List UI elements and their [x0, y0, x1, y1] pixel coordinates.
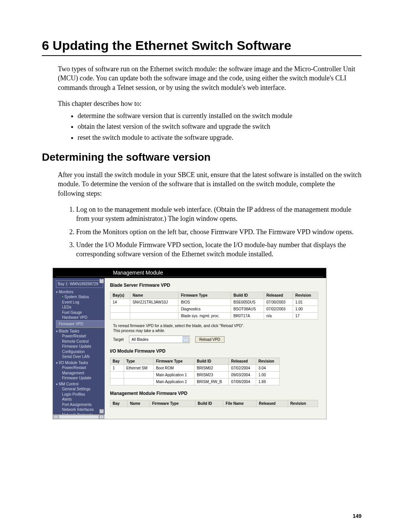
col-firmware-type: Firmware Type [153, 358, 194, 365]
table-row: Main Application 1 BRISM23 09/03/2004 1.… [110, 372, 280, 379]
sidebar-nav: ˄ Bay 1: WMN189288729 Monitors System St… [53, 278, 105, 419]
mm-firmware-table: Bay Name Firmware Type Build ID File Nam… [110, 400, 318, 407]
screenshot-titlebar: Management Module [53, 268, 326, 278]
sidebar-item-serial-over-lan[interactable]: Serial Over LAN [56, 354, 103, 359]
intro-paragraph: Two types of software run on the Etherne… [58, 64, 362, 92]
sidebar-item-io-management[interactable]: Management [56, 371, 103, 376]
main-pane: Blade Server Firmware VPD Bay(s) Name Fi… [105, 278, 326, 419]
scroll-track[interactable] [59, 415, 99, 419]
sidebar-item-io-power-restart[interactable]: Power/Restart [56, 365, 103, 371]
col-released: Released [256, 400, 288, 407]
sidebar-item-leds[interactable]: LEDs [56, 305, 103, 310]
io-firmware-table: Bay Type Firmware Type Build ID Released… [110, 358, 280, 385]
col-build-id: Build ID [231, 292, 264, 299]
sidebar-item-port-assignments[interactable]: Port Assignments [56, 402, 103, 407]
sidebar-group-label: MM Control [56, 382, 78, 386]
sidebar-item-io-firmware-update[interactable]: Firmware Update [56, 375, 103, 381]
io-module-firmware-vpd-heading: I/O Module Firmware VPD [110, 348, 322, 354]
col-bay: Bay(s) [110, 292, 130, 299]
target-select[interactable]: All Blades ˅ [129, 335, 190, 343]
table-row: Blade sys. mgmt. proc. BR0T17A n/a 17 [110, 313, 318, 320]
sidebar-item-firmware-vpd[interactable]: Firmware VPD [56, 320, 105, 328]
step-item: From the Monitors option on the left bar… [76, 227, 362, 236]
sidebar-item-network-interfaces[interactable]: Network Interfaces [56, 407, 103, 412]
table-row: Diagnostics BSOT08AUS 07/02/2003 1.00 [110, 306, 318, 313]
chapter-rule [42, 55, 362, 56]
mm-firmware-vpd-heading: Management Module Firmware VPD [110, 391, 322, 396]
intro-bullet: obtain the latest version of the switch … [78, 122, 362, 131]
sidebar-group-label: I/O Module Tasks [56, 361, 88, 365]
table-row: Main Application 2 BRISM_RW_B 07/08/2004… [110, 379, 280, 385]
chapter-title: 6 Updating the Ethernet Switch Software [42, 38, 362, 53]
col-revision: Revision [293, 292, 318, 299]
col-type: Type [124, 358, 153, 365]
intro-lead: This chapter describes how to: [58, 99, 362, 108]
sidebar-item-hardware-vpd[interactable]: Hardware VPD [56, 315, 103, 320]
page-number: 149 [353, 513, 362, 519]
sidebar-item-login-profiles[interactable]: Login Profiles [56, 392, 103, 397]
sidebar-group-mm-control[interactable]: MM Control [56, 382, 103, 387]
sidebar-group-label: Monitors [56, 290, 73, 294]
scroll-down-icon[interactable]: ˅ [99, 409, 104, 414]
col-firmware-type: Firmware Type [178, 292, 231, 299]
col-released: Released [229, 358, 256, 365]
sidebar-item-general-settings[interactable]: General Settings [56, 387, 103, 392]
sidebar-item-configuration[interactable]: Configuration [56, 349, 103, 355]
col-name: Name [127, 400, 150, 407]
col-name: Name [130, 292, 178, 299]
col-released: Released [264, 292, 293, 299]
sidebar-group-blade-tasks[interactable]: Blade Tasks [56, 329, 103, 334]
sidebar-horizontal-scrollbar[interactable]: ‹ › [53, 414, 105, 419]
sidebar-group-io-module-tasks[interactable]: I/O Module Tasks [56, 360, 103, 366]
sidebar-group-monitors[interactable]: Monitors [56, 289, 103, 295]
sidebar-item-power-restart[interactable]: Power/Restart [56, 334, 103, 339]
blade-server-firmware-vpd-heading: Blade Server Firmware VPD [110, 283, 322, 288]
col-build-id: Build ID [195, 400, 223, 407]
step-item: Under the I/O Module Firmware VPD sectio… [76, 240, 362, 259]
sidebar-bay-label: Bay 1: WMN189288729 [56, 280, 103, 288]
table-row: 1 Ethernet SM Boot ROM BRISM02 07/02/200… [110, 365, 280, 372]
scroll-left-icon[interactable]: ‹ [54, 415, 58, 419]
col-bay: Bay [110, 358, 124, 365]
section-title: Determining the software version [42, 151, 362, 163]
target-select-value: All Blades [132, 337, 148, 342]
scroll-up-icon[interactable]: ˄ [99, 279, 104, 283]
target-label: Target [113, 337, 124, 342]
intro-bullet: determine the software version that is c… [78, 111, 362, 120]
sidebar-item-remote-control[interactable]: Remote Control [56, 339, 103, 344]
intro-bullet: reset the switch module to activate the … [78, 133, 362, 142]
col-file-name: File Name [223, 400, 256, 407]
table-row: 14 SN#ZJ1TRL3AW10J BIOS BSE005DUS 07/30/… [110, 299, 318, 306]
intro-bullet-list: determine the software version that is c… [58, 111, 362, 142]
chevron-down-icon[interactable]: ˅ [183, 336, 189, 342]
blade-firmware-table: Bay(s) Name Firmware Type Build ID Relea… [110, 292, 318, 320]
sidebar-item-fuel-gauge[interactable]: Fuel Gauge [56, 310, 103, 315]
management-module-screenshot: Management Module ˄ Bay 1: WMN189288729 … [53, 268, 327, 419]
sidebar-item-system-status[interactable]: System Status [56, 294, 103, 300]
sidebar-item-firmware-update[interactable]: Firmware Update [56, 344, 103, 349]
col-bay: Bay [110, 400, 127, 407]
reload-vpd-button[interactable]: Reload VPD [195, 336, 225, 343]
col-build-id: Build ID [194, 358, 229, 365]
reload-note: To reread firmware VPD for a blade, sele… [113, 323, 322, 333]
sidebar-item-alerts[interactable]: Alerts [56, 397, 103, 402]
section-paragraph: After you install the switch module in y… [58, 170, 362, 198]
sidebar-item-event-log[interactable]: Event Log [56, 300, 103, 305]
col-firmware-type: Firmware Type [150, 400, 195, 407]
col-revision: Revision [288, 400, 318, 407]
col-revision: Revision [256, 358, 280, 365]
steps-list: Log on to the management module web inte… [58, 205, 362, 259]
sidebar-group-label: Blade Tasks [56, 329, 79, 333]
screenshot-title: Management Module [56, 270, 163, 276]
step-item: Log on to the management module web inte… [76, 205, 362, 224]
scroll-right-icon[interactable]: › [99, 415, 104, 419]
